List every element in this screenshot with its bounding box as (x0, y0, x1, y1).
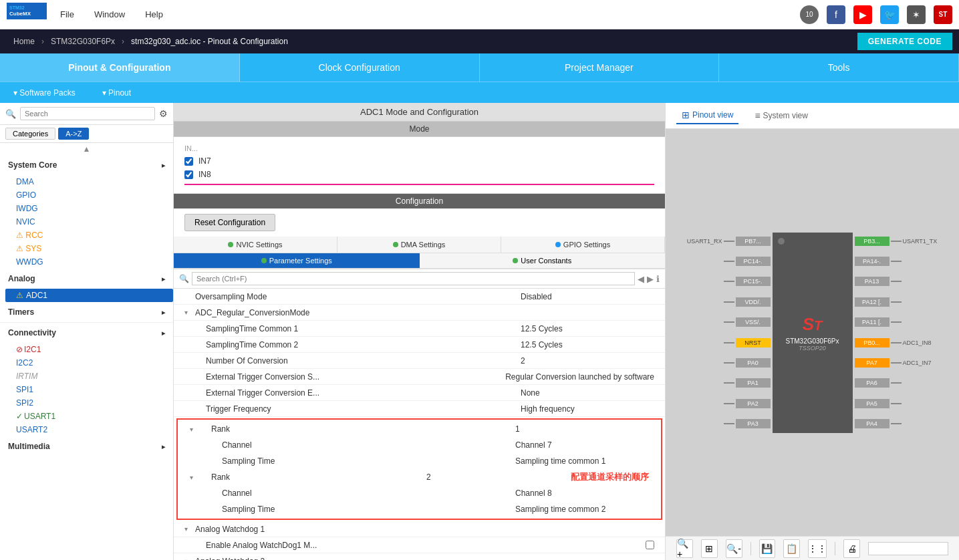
tab-project-manager[interactable]: Project Manager (480, 53, 720, 82)
tab-dma-settings[interactable]: DMA Settings (337, 237, 501, 253)
sidebar-group-title-system-core[interactable]: System Core ▸ (0, 158, 173, 172)
sidebar-group-title-connectivity[interactable]: Connectivity ▸ (0, 325, 173, 340)
sidebar-item-adc1[interactable]: ⚠ ADC1 (5, 289, 173, 302)
sidebar-item-usart2[interactable]: USART2 (5, 423, 173, 436)
search-input[interactable] (20, 107, 155, 120)
pin-pa3: PA3 (686, 419, 771, 428)
sidebar-group-title-timers[interactable]: Timers ▸ (0, 305, 173, 319)
pc15-pin-box[interactable]: PC15-. (736, 277, 771, 286)
collapse-icon[interactable]: ▾ (184, 309, 195, 316)
breadcrumb-device[interactable]: STM32G030F6Px (44, 37, 122, 46)
pc14-pin-box[interactable]: PC14-. (736, 257, 771, 266)
next-result-icon[interactable]: ▶ (647, 274, 654, 284)
filter-az-button[interactable]: A->Z (58, 128, 89, 140)
search-param-icon: 🔍 (179, 274, 189, 283)
expand-wd2-icon[interactable]: ▾ (184, 557, 195, 560)
sidebar-group-title-multimedia[interactable]: Multimedia ▸ (0, 439, 173, 454)
info-icon[interactable]: ℹ (656, 274, 660, 284)
subtab-pinout[interactable]: ▾ Pinout (89, 82, 144, 103)
sidebar-item-wwdg[interactable]: WWDG (5, 255, 173, 269)
fit-screen-button[interactable]: ⊞ (701, 539, 718, 558)
in7-row: IN7 (184, 154, 654, 168)
param-search-input[interactable] (192, 272, 635, 285)
settings-icon[interactable]: ⚙ (159, 108, 168, 119)
chip-layout: USART1_RX PB7... PC14-. PC15-. (686, 226, 940, 440)
tab-clock-config[interactable]: Clock Configuration (240, 53, 480, 82)
sidebar-item-sys[interactable]: SYS (5, 242, 173, 255)
pa7-pin-box[interactable]: PA7 (855, 358, 889, 368)
pb0-pin-box[interactable]: PB0... (855, 338, 889, 347)
twitter-icon[interactable]: 🐦 (880, 5, 899, 24)
pa13-pin-box[interactable]: PA13 (855, 277, 889, 286)
pin-line (724, 382, 734, 384)
facebook-icon[interactable]: f (827, 5, 845, 24)
zoom-in-button[interactable]: 🔍+ (676, 539, 693, 558)
sidebar-group-title-analog[interactable]: Analog ▸ (0, 271, 173, 286)
menu-window[interactable]: Window (94, 9, 125, 19)
subtab-software-packs[interactable]: ▾ Software Packs (0, 82, 89, 103)
toolbar-search-input[interactable] (868, 542, 948, 555)
in7-label: IN7 (198, 156, 211, 166)
generate-code-button[interactable]: GENERATE CODE (857, 33, 952, 50)
tab-tools[interactable]: Tools (719, 53, 959, 82)
tab-user-constants[interactable]: User Constants (420, 253, 666, 268)
pa6-pin-box[interactable]: PA6 (855, 378, 889, 388)
zoom-out-button[interactable]: 🔍- (726, 539, 742, 558)
copy-button[interactable]: 📋 (783, 539, 800, 558)
pa5-pin-box[interactable]: PA5 (855, 399, 889, 408)
pin-line (724, 241, 734, 242)
export-button[interactable]: 💾 (759, 539, 776, 558)
sidebar-item-gpio[interactable]: GPIO (5, 188, 173, 202)
sidebar-item-i2c1[interactable]: ⊘ I2C1 (5, 343, 173, 356)
in8-checkbox[interactable] (184, 170, 193, 179)
tab-nvic-settings[interactable]: NVIC Settings (174, 237, 337, 253)
pb3-pin-box[interactable]: PB3... (855, 237, 889, 246)
prev-result-icon[interactable]: ◀ (638, 274, 644, 284)
sidebar-item-spi1[interactable]: SPI1 (5, 383, 173, 396)
menu-help[interactable]: Help (145, 9, 163, 19)
grid-button[interactable]: ⋮⋮ (808, 539, 827, 558)
in7-checkbox[interactable] (184, 157, 193, 166)
print-button[interactable]: 🖨 (843, 539, 860, 558)
sidebar-item-spi2[interactable]: SPI2 (5, 396, 173, 410)
pa12-pin-box[interactable]: PA12 [. (855, 297, 889, 307)
pin-vss: VSS/. (686, 317, 771, 327)
collapse-rank2-icon[interactable]: ▾ (190, 474, 200, 481)
wd1-checkbox[interactable] (646, 541, 654, 549)
sidebar-item-dma[interactable]: DMA (5, 175, 173, 188)
chevron-down-icon: ▸ (162, 162, 165, 169)
sidebar-item-i2c2[interactable]: I2C2 (5, 356, 173, 370)
reset-config-button[interactable]: Reset Configuration (184, 214, 275, 231)
pa1-pin-box[interactable]: PA1 (736, 378, 771, 388)
breadcrumb-home[interactable]: Home (7, 37, 41, 46)
pb7-pin-box[interactable]: PB7... (736, 237, 771, 246)
nrst-pin-box[interactable]: NRST (736, 338, 771, 347)
pa3-pin-box[interactable]: PA3 (736, 419, 771, 428)
sidebar-item-irtim[interactable]: IRTIM (5, 370, 173, 383)
tab-pinout-config[interactable]: Pinout & Configuration (0, 53, 240, 82)
pa0-pin-box[interactable]: PA0 (736, 358, 771, 368)
tab-pinout-view[interactable]: ⊞ Pinout view (676, 107, 738, 124)
star-icon[interactable]: ✶ (907, 5, 926, 24)
sidebar-item-nvic[interactable]: NVIC (5, 215, 173, 229)
tab-system-view[interactable]: ≡ System view (749, 108, 813, 124)
youtube-icon[interactable]: ▶ (853, 5, 872, 24)
sidebar-scroll-up[interactable]: ▲ (0, 143, 173, 155)
collapse-rank1-icon[interactable]: ▾ (190, 426, 200, 433)
vdd-pin-box[interactable]: VDD/. (736, 297, 771, 307)
pa4-pin-box[interactable]: PA4 (855, 419, 889, 428)
tab-parameter-settings[interactable]: Parameter Settings (174, 253, 420, 268)
sidebar-item-usart1[interactable]: ✓ USART1 (5, 410, 173, 423)
pin-line (891, 261, 902, 262)
sidebar-item-iwdg[interactable]: IWDG (5, 202, 173, 215)
mode-divider (184, 184, 654, 185)
vss-pin-box[interactable]: VSS/. (736, 317, 771, 327)
filter-categories-button[interactable]: Categories (5, 128, 55, 140)
tab-gpio-settings[interactable]: GPIO Settings (501, 237, 665, 253)
pa11-pin-box[interactable]: PA11 [. (855, 317, 889, 327)
menu-file[interactable]: File (60, 9, 74, 19)
sidebar-item-rcc[interactable]: RCC (5, 229, 173, 242)
pa2-pin-box[interactable]: PA2 (736, 399, 771, 408)
expand-wd1-icon[interactable]: ▾ (184, 525, 195, 533)
pa14-pin-box[interactable]: PA14-. (855, 257, 889, 266)
